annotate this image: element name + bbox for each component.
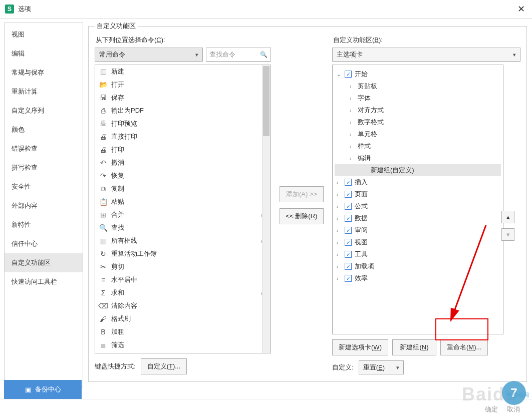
command-item[interactable]: 🖶打印预览 <box>95 117 271 130</box>
command-item[interactable]: ▦所有框线▸ <box>95 234 271 247</box>
sidebar-item-customize-ribbon[interactable]: 自定义功能区 <box>5 253 83 272</box>
customize-shortcut-button[interactable]: 自定义(T)... <box>141 358 187 374</box>
sidebar-item-external[interactable]: 外部内容 <box>5 196 83 215</box>
tree-checkbox[interactable]: ✓ <box>345 275 352 282</box>
tree-group[interactable]: 新建组(自定义) <box>335 164 501 176</box>
command-item[interactable]: 🖨打印 <box>95 143 271 156</box>
command-item[interactable]: B加粗 <box>95 325 271 338</box>
scrollbar[interactable] <box>262 65 271 353</box>
tree-toggle-icon[interactable]: › <box>350 108 357 113</box>
tree-checkbox[interactable]: ✓ <box>345 215 352 222</box>
sidebar-item-recalc[interactable]: 重新计算 <box>5 82 83 101</box>
new-group-button[interactable]: 新建组(N) <box>392 339 436 355</box>
scrollbar-thumb[interactable] <box>263 66 270 136</box>
command-item[interactable]: 📋粘贴 <box>95 195 271 208</box>
move-up-button[interactable]: ▴ <box>501 211 514 223</box>
sidebar-item-general[interactable]: 常规与保存 <box>5 63 83 82</box>
command-item[interactable]: 📂打开 <box>95 78 271 91</box>
tree-group[interactable]: ›对齐方式 <box>335 104 501 116</box>
sidebar-item-edit[interactable]: 编辑 <box>5 44 83 63</box>
command-item[interactable]: ✂剪切 <box>95 260 271 273</box>
sidebar-item-error-check[interactable]: 错误检查 <box>5 139 83 158</box>
tree-group[interactable]: ›编辑 <box>335 152 501 164</box>
command-item[interactable]: ≣筛选 <box>95 338 271 351</box>
ok-button[interactable]: 确定 <box>485 405 498 414</box>
tree-group[interactable]: ›单元格 <box>335 128 501 140</box>
add-button[interactable]: 添加(A) >> <box>280 186 324 202</box>
tree-group[interactable]: ›样式 <box>335 140 501 152</box>
tree-checkbox[interactable]: ✓ <box>345 179 352 186</box>
tree-toggle-icon[interactable]: › <box>337 180 344 185</box>
command-item[interactable]: Σ求和▸ <box>95 286 271 299</box>
sidebar-item-trust[interactable]: 信任中心 <box>5 234 83 253</box>
target-tabs-dropdown[interactable]: 主选项卡 <box>332 48 520 62</box>
command-item[interactable]: ≡水平居中 <box>95 273 271 286</box>
command-item[interactable]: 🖌格式刷 <box>95 312 271 325</box>
rename-button[interactable]: 重命名(M)... <box>440 339 488 355</box>
tree-group[interactable]: ›字体 <box>335 92 501 104</box>
tree-toggle-icon[interactable]: › <box>337 276 344 281</box>
command-item[interactable]: 🖫保存 <box>95 91 271 104</box>
tree-toggle-icon[interactable]: › <box>350 96 357 101</box>
tree-tab[interactable]: ›✓页面 <box>335 188 501 200</box>
command-item[interactable]: ↷恢复 <box>95 169 271 182</box>
sidebar-item-view[interactable]: 视图 <box>5 25 83 44</box>
tree-toggle-icon[interactable]: › <box>337 240 344 245</box>
tree-tab-start[interactable]: ⌄✓开始 <box>335 68 501 80</box>
tree-group[interactable]: ›数字格式 <box>335 116 501 128</box>
tree-tab[interactable]: ›✓审阅 <box>335 224 501 236</box>
tree-tab[interactable]: ›✓效率 <box>335 272 501 284</box>
tree-checkbox[interactable]: ✓ <box>345 191 352 198</box>
tree-toggle-icon[interactable]: › <box>337 264 344 269</box>
command-item[interactable]: ⧉复制 <box>95 182 271 195</box>
command-item[interactable]: ↶撤消 <box>95 156 271 169</box>
close-button[interactable]: ✕ <box>515 3 527 15</box>
tree-toggle-icon[interactable]: › <box>337 204 344 209</box>
tree-tab[interactable]: ›✓数据 <box>335 212 501 224</box>
command-item[interactable]: 🖨直接打印 <box>95 130 271 143</box>
tree-toggle-icon[interactable]: ⌄ <box>337 72 344 77</box>
ribbon-tree[interactable]: ⌄✓开始›剪贴板›字体›对齐方式›数字格式›单元格›样式›编辑新建组(自定义)›… <box>332 65 503 334</box>
tree-toggle-icon[interactable]: › <box>350 120 357 125</box>
source-category-dropdown[interactable]: 常用命令 <box>95 48 203 62</box>
command-item[interactable]: 🔍查找 <box>95 221 271 234</box>
tree-group[interactable]: ›剪贴板 <box>335 80 501 92</box>
tree-toggle-icon[interactable]: › <box>337 216 344 221</box>
tree-checkbox[interactable]: ✓ <box>345 251 352 258</box>
command-item[interactable]: ⌫清除内容 <box>95 299 271 312</box>
tree-tab[interactable]: ›✓视图 <box>335 236 501 248</box>
remove-button[interactable]: << 删除(R) <box>280 208 324 224</box>
tree-toggle-icon[interactable]: › <box>350 156 357 161</box>
sidebar-item-spell-check[interactable]: 拼写检查 <box>5 158 83 177</box>
tree-checkbox[interactable]: ✓ <box>345 239 352 246</box>
tree-toggle-icon[interactable]: › <box>350 144 357 149</box>
command-item[interactable]: ⎙输出为PDF <box>95 104 271 117</box>
tree-toggle-icon[interactable]: › <box>337 252 344 257</box>
sidebar-item-security[interactable]: 安全性 <box>5 177 83 196</box>
sidebar-item-new-feature[interactable]: 新特性 <box>5 215 83 234</box>
tree-toggle-icon[interactable]: › <box>350 84 357 89</box>
tree-checkbox[interactable]: ✓ <box>345 263 352 270</box>
sidebar-item-quick-access[interactable]: 快速访问工具栏 <box>5 272 83 291</box>
tree-tab[interactable]: ›✓工具 <box>335 248 501 260</box>
sidebar-item-custom-list[interactable]: 自定义序列 <box>5 101 83 120</box>
command-item[interactable]: ⊞合并▸ <box>95 208 271 221</box>
tree-checkbox[interactable]: ✓ <box>345 227 352 234</box>
reset-dropdown[interactable]: 重置(E) <box>359 360 404 374</box>
command-item[interactable]: ▥新建 <box>95 65 271 78</box>
tree-tab[interactable]: ›✓公式 <box>335 200 501 212</box>
command-listbox[interactable]: ▥新建📂打开🖫保存⎙输出为PDF🖶打印预览🖨直接打印🖨打印↶撤消↷恢复⧉复制📋粘… <box>95 65 271 353</box>
search-command-input[interactable]: 查找命令 <box>206 48 271 62</box>
tree-checkbox[interactable]: ✓ <box>345 71 352 78</box>
new-tab-button[interactable]: 新建选项卡(W) <box>332 339 388 355</box>
tree-checkbox[interactable]: ✓ <box>345 203 352 210</box>
tree-tab[interactable]: ›✓插入 <box>335 176 501 188</box>
tree-toggle-icon[interactable]: › <box>337 228 344 233</box>
move-down-button[interactable]: ▾ <box>501 228 514 241</box>
cancel-button[interactable]: 取消 <box>507 405 520 414</box>
tree-toggle-icon[interactable]: › <box>337 192 344 197</box>
tree-toggle-icon[interactable]: › <box>350 132 357 137</box>
sidebar-item-color[interactable]: 颜色 <box>5 120 83 139</box>
backup-center-button[interactable]: ▣ 备份中心 <box>4 380 82 399</box>
tree-tab[interactable]: ›✓加载项 <box>335 260 501 272</box>
